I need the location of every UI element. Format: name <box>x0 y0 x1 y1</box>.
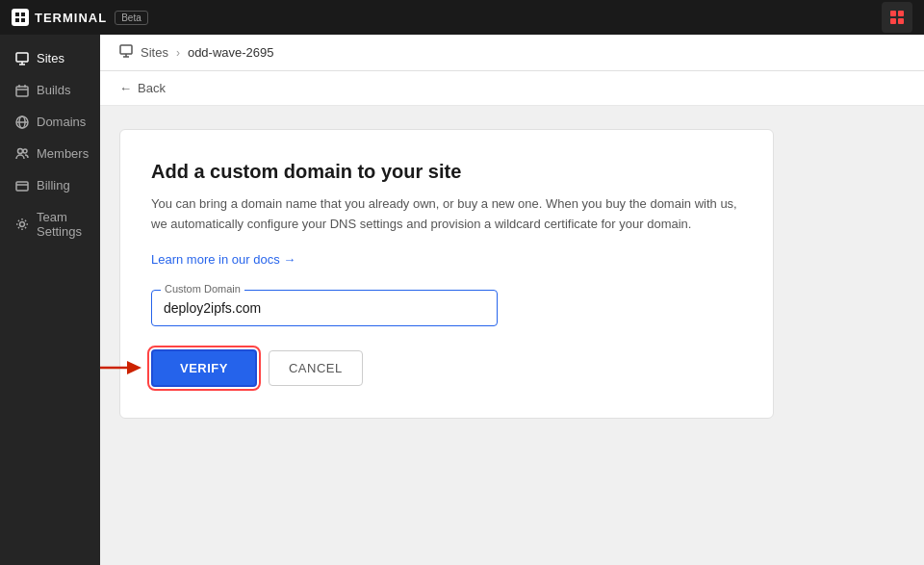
breadcrumb-bar: Sites › odd-wave-2695 <box>100 35 924 71</box>
main-layout: Sites Builds Domains <box>0 35 924 565</box>
custom-domain-field-wrapper: Custom Domain <box>151 290 742 326</box>
svg-rect-2 <box>15 18 19 22</box>
sidebar-item-members[interactable]: Members <box>0 138 100 169</box>
users-icon <box>15 147 29 161</box>
verify-button[interactable]: VERIFY <box>151 349 257 387</box>
logo-icon <box>12 9 29 26</box>
svg-rect-4 <box>16 53 28 62</box>
sidebar-item-billing[interactable]: Billing <box>0 169 100 201</box>
svg-marker-23 <box>127 361 141 374</box>
svg-rect-1 <box>21 13 25 16</box>
page-content: Add a custom domain to your site You can… <box>100 106 924 565</box>
sidebar-label-billing: Billing <box>37 178 70 193</box>
learn-more-link[interactable]: Learn more in our docs → <box>151 252 295 267</box>
beta-badge: Beta <box>115 11 148 25</box>
sidebar-label-builds: Builds <box>37 83 70 97</box>
globe-icon <box>15 116 29 129</box>
card-title: Add a custom domain to your site <box>151 161 742 183</box>
sidebar-label-members: Members <box>37 146 89 161</box>
sidebar-label-sites: Sites <box>37 51 64 65</box>
back-arrow-icon: ← <box>119 81 132 95</box>
svg-point-14 <box>18 148 23 153</box>
card-description: You can bring a domain name that you alr… <box>151 194 742 235</box>
package-icon <box>15 84 29 97</box>
breadcrumb-separator: › <box>176 46 180 60</box>
svg-rect-0 <box>15 13 19 16</box>
grid-icon <box>890 11 904 24</box>
topbar: TERMINAL Beta <box>0 0 924 35</box>
sidebar-item-domains[interactable]: Domains <box>0 106 100 138</box>
breadcrumb-current: odd-wave-2695 <box>188 45 274 60</box>
svg-point-15 <box>23 149 27 153</box>
svg-rect-19 <box>120 45 132 54</box>
sidebar-item-builds[interactable]: Builds <box>0 74 100 106</box>
settings-icon <box>15 218 29 231</box>
cancel-button[interactable]: CANCEL <box>269 350 363 386</box>
breadcrumb-monitor-icon <box>119 44 133 61</box>
monitor-icon <box>15 52 29 65</box>
topbar-logo: TERMINAL <box>12 9 107 26</box>
app-icon-button[interactable] <box>882 2 912 33</box>
svg-point-18 <box>20 222 25 227</box>
custom-domain-input[interactable] <box>151 290 498 326</box>
billing-icon <box>15 179 29 193</box>
svg-rect-3 <box>21 18 25 22</box>
sidebar-label-domains: Domains <box>37 115 86 129</box>
button-row: VERIFY CANCEL <box>151 349 742 387</box>
sidebar-item-team-settings[interactable]: Team Settings <box>0 201 100 247</box>
breadcrumb-parent[interactable]: Sites <box>141 45 168 60</box>
topbar-left: TERMINAL Beta <box>12 9 148 26</box>
app-title: TERMINAL <box>35 11 107 25</box>
sidebar-label-team-settings: Team Settings <box>37 210 85 239</box>
back-bar[interactable]: ← Back <box>100 71 924 106</box>
custom-domain-label: Custom Domain <box>161 283 244 295</box>
add-domain-card: Add a custom domain to your site You can… <box>119 129 774 419</box>
svg-rect-16 <box>16 182 28 191</box>
arrow-annotation <box>100 353 141 382</box>
content-area: Sites › odd-wave-2695 ← Back Add a custo… <box>100 35 924 565</box>
svg-rect-7 <box>16 87 28 96</box>
sidebar-item-sites[interactable]: Sites <box>0 42 100 74</box>
back-label: Back <box>138 81 166 95</box>
sidebar: Sites Builds Domains <box>0 35 100 565</box>
